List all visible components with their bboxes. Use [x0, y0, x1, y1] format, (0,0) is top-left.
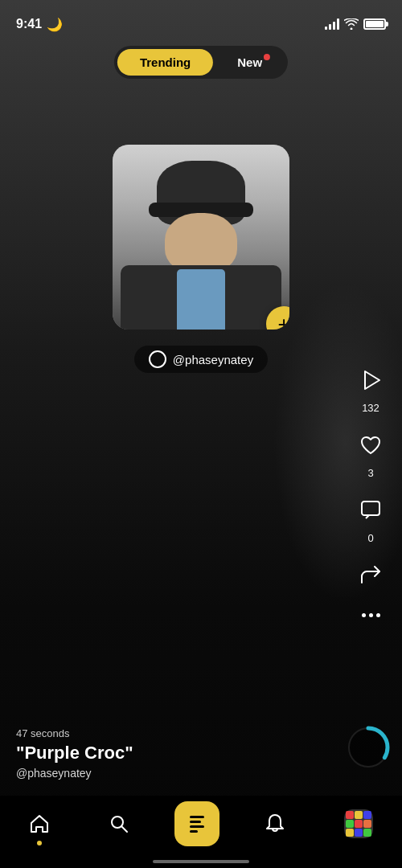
- home-icon: [29, 813, 50, 834]
- status-time: 9:41 🌙: [16, 17, 63, 32]
- face-shape: [165, 213, 237, 273]
- content-title: "Purple Croc": [16, 743, 133, 764]
- music-lines-icon: [190, 816, 204, 833]
- heart-icon: [359, 433, 383, 457]
- status-icons: [325, 18, 386, 30]
- bottom-nav: [0, 796, 402, 868]
- more-button[interactable]: [362, 607, 380, 624]
- like-button[interactable]: [352, 427, 389, 464]
- like-action: 3: [352, 427, 389, 479]
- nav-notifications[interactable]: [252, 807, 298, 841]
- moon-icon: 🌙: [47, 17, 63, 32]
- like-count: 3: [367, 467, 373, 479]
- comment-action: 0: [352, 492, 389, 544]
- profile-photo: [113, 145, 289, 330]
- svg-marker-0: [365, 371, 379, 389]
- svg-rect-1: [362, 502, 379, 515]
- profile-card[interactable]: +: [113, 145, 289, 330]
- share-button[interactable]: [352, 557, 389, 594]
- status-bar: 9:41 🌙: [0, 0, 402, 40]
- comment-count: 0: [367, 532, 373, 544]
- username-label: @phaseynatey: [173, 353, 253, 366]
- tab-selector: Trending New: [114, 46, 288, 79]
- new-notification-dot: [264, 54, 270, 60]
- new-tab-label: New: [237, 55, 262, 69]
- profile-card-container: + @phaseynatey: [113, 145, 289, 373]
- play-count: 132: [362, 402, 379, 414]
- trending-tab[interactable]: Trending: [117, 49, 213, 76]
- username-circle: [149, 350, 166, 368]
- comment-button[interactable]: [352, 492, 389, 529]
- profile-avatar: [344, 809, 373, 838]
- share-icon: [359, 563, 383, 588]
- content-info: 47 seconds "Purple Croc" @phaseynatey: [16, 727, 133, 780]
- home-indicator: [153, 860, 249, 863]
- content-duration: 47 seconds: [16, 727, 133, 739]
- nav-home[interactable]: [16, 807, 63, 841]
- play-button[interactable]: [352, 362, 389, 399]
- nav-search[interactable]: [96, 807, 142, 841]
- signal-icon: [325, 18, 339, 30]
- play-icon: [359, 368, 383, 392]
- username-tag: @phaseynatey: [134, 346, 268, 373]
- new-tab[interactable]: New: [215, 49, 285, 76]
- content-creator-username: @phaseynatey: [16, 767, 133, 780]
- svg-line-5: [121, 826, 127, 832]
- nav-upload-button[interactable]: [174, 801, 219, 846]
- shirt-shape: [177, 269, 225, 330]
- action-buttons: 132 3 0: [352, 362, 389, 624]
- progress-ring: [344, 723, 392, 772]
- share-action: [352, 557, 389, 594]
- search-icon: [109, 813, 129, 834]
- time-label: 9:41: [16, 17, 42, 31]
- wifi-icon: [344, 18, 359, 30]
- play-action: 132: [352, 362, 389, 414]
- nav-profile[interactable]: [331, 803, 386, 845]
- battery-icon: [363, 18, 386, 30]
- bell-icon: [265, 813, 285, 834]
- comment-icon: [359, 498, 383, 522]
